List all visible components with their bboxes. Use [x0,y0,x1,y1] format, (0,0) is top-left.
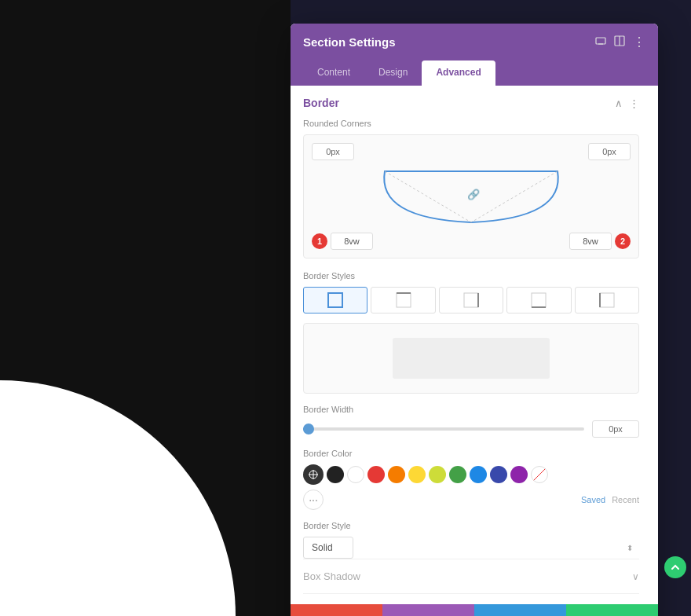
svg-line-5 [471,171,558,222]
corner-bottom-left-badge: 1 [312,233,373,250]
background-curve [0,380,236,616]
svg-text:🔗: 🔗 [467,188,481,201]
corner-top-right-input[interactable] [588,143,631,160]
header-icons: ⋮ [595,35,645,50]
background-left [0,0,291,616]
color-swatches-row [303,464,639,485]
panel-footer: ✕ ↺ ↻ ✓ [291,604,658,616]
panel-title: Section Settings [303,35,396,49]
panel-content: Border ∧ ⋮ Rounded Corners [291,86,658,604]
swatch-none[interactable] [531,466,548,483]
redo-icon: ↻ [515,614,525,617]
saved-colors-tab[interactable]: Saved [581,495,605,504]
swatch-white[interactable] [347,466,364,483]
swatch-yellow[interactable] [408,466,426,483]
corner-bottom-right-badge: 2 [569,233,631,250]
more-colors-btn[interactable]: ··· [303,490,324,510]
scroll-to-top-icon[interactable] [664,556,686,578]
border-width-row [303,420,639,438]
box-shadow-section[interactable]: Box Shadow ∨ [303,559,639,593]
swatch-red1[interactable] [367,466,385,483]
border-width-value[interactable] [592,420,639,438]
swatch-blue[interactable] [470,466,487,483]
more-options-icon[interactable]: ⋮ [633,35,645,50]
recent-colors-tab[interactable]: Recent [612,495,639,504]
border-section-title: Border [303,97,339,109]
undo-icon: ↺ [423,614,433,617]
redo-button[interactable]: ↻ [474,604,566,616]
border-color-label: Border Color [303,449,639,458]
border-styles-row [303,287,639,314]
cancel-icon: ✕ [331,614,342,617]
swatch-orange[interactable] [388,466,405,483]
swatch-black[interactable] [327,466,344,483]
border-menu-icon[interactable]: ⋮ [629,97,639,109]
border-style-label: Border Style [303,521,639,530]
box-shadow-title: Box Shadow [303,570,360,582]
badge-1: 1 [312,233,327,249]
tab-advanced[interactable]: Advanced [422,60,495,86]
cancel-button[interactable]: ✕ [291,604,382,616]
tab-content[interactable]: Content [303,60,364,86]
border-style-bottom-btn[interactable] [506,287,571,314]
swatch-lime[interactable] [429,466,446,483]
border-collapse-icon[interactable]: ∧ [615,97,623,109]
svg-rect-0 [596,38,605,44]
panel-tabs: Content Design Advanced [291,60,658,86]
corner-bottom-right-input[interactable] [569,233,612,250]
border-style-dropdown-wrapper: Solid Dashed Dotted Double None ⬍ [303,537,639,559]
svg-rect-8 [397,293,411,307]
settings-panel: Section Settings ⋮ Content Design Advanc… [291,24,658,616]
svg-line-4 [385,171,471,222]
svg-rect-12 [532,293,546,307]
responsive-icon[interactable] [595,35,606,49]
swatch-purple[interactable] [510,466,528,483]
corner-top-left-input[interactable] [312,143,354,160]
border-style-top-btn[interactable] [371,287,435,314]
rounded-corners-control: 🔗 1 2 [303,134,639,258]
undo-button[interactable]: ↺ [382,604,474,616]
border-preview-inner [393,338,550,379]
corners-visual: 🔗 [312,165,631,228]
svg-rect-10 [464,293,478,307]
filters-section[interactable]: Filters ∨ [303,593,639,604]
swatch-green[interactable] [449,466,466,483]
badge-2: 2 [615,233,631,249]
tab-design[interactable]: Design [364,60,422,86]
corners-bottom-row: 1 2 [312,233,631,250]
border-preview-box [303,323,639,394]
panel-header: Section Settings ⋮ [291,24,658,60]
svg-rect-7 [328,293,342,307]
corners-shape-svg: 🔗 [377,163,565,226]
border-width-slider[interactable] [303,427,584,431]
border-style-left-btn[interactable] [575,287,639,314]
dropdown-arrow-icon: ⬍ [627,544,633,552]
border-section-controls: ∧ ⋮ [615,97,639,109]
border-section-header: Border ∧ ⋮ [303,97,639,109]
border-styles-label: Border Styles [303,271,639,280]
border-style-select[interactable]: Solid Dashed Dotted Double None [303,537,353,559]
border-width-label: Border Width [303,405,639,414]
rounded-corners-label: Rounded Corners [303,119,639,128]
color-picker-btn[interactable] [303,464,324,485]
box-shadow-chevron: ∨ [632,571,639,582]
corners-top-row [312,143,631,160]
layout-icon[interactable] [614,35,625,49]
svg-rect-14 [600,293,614,307]
border-style-right-btn[interactable] [439,287,503,314]
save-button[interactable]: ✓ [566,604,658,616]
color-row-bottom: ··· Saved Recent [303,490,639,510]
swatch-indigo[interactable] [490,466,507,483]
border-style-all-btn[interactable] [303,287,367,314]
save-icon: ✓ [607,614,617,617]
corner-bottom-left-input[interactable] [331,233,373,250]
